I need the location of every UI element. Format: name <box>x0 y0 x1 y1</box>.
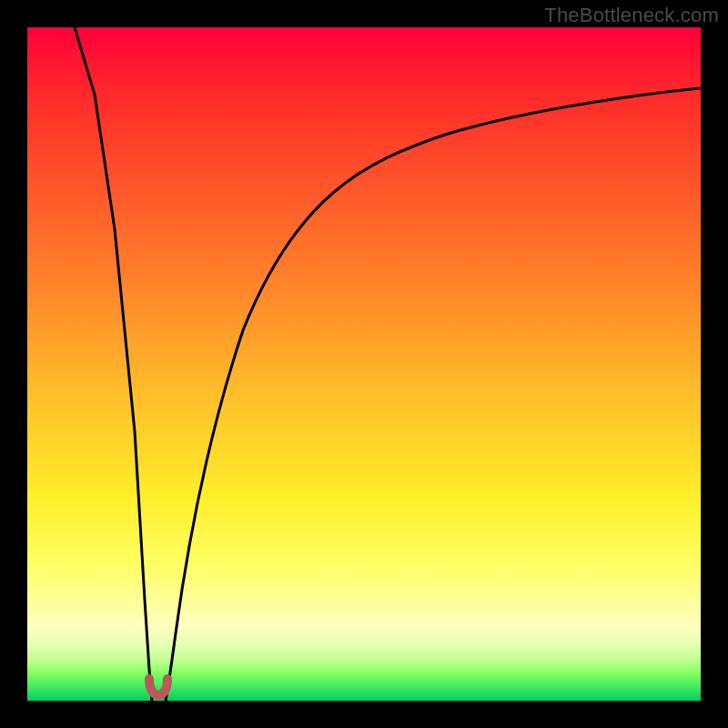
curve-layer <box>27 27 701 701</box>
watermark-text: TheBottleneck.com <box>544 4 719 27</box>
plot-area <box>27 27 701 701</box>
bottleneck-marker <box>149 679 167 695</box>
curve-right-branch <box>166 88 701 701</box>
curve-left-branch <box>75 27 152 701</box>
chart-frame: TheBottleneck.com <box>0 0 728 728</box>
